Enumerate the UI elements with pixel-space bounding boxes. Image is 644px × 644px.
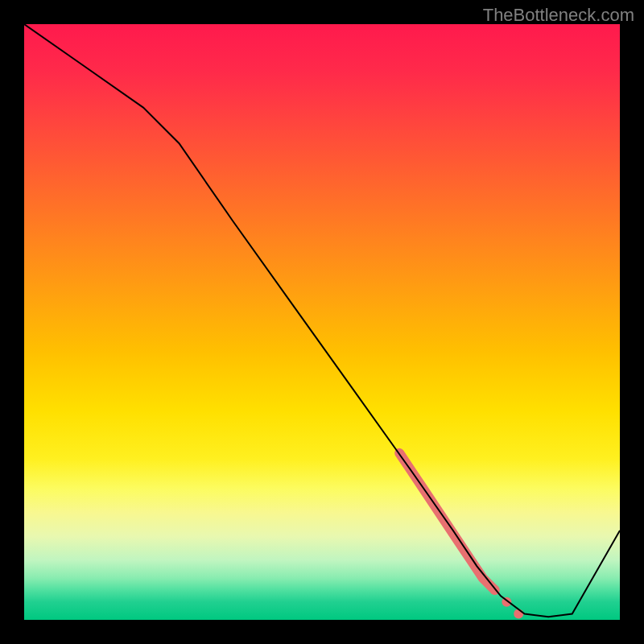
chart-svg — [24, 24, 620, 620]
svg-point-2 — [514, 609, 523, 619]
svg-point-1 — [502, 597, 511, 607]
highlight-segment — [399, 453, 523, 619]
bottleneck-curve — [24, 24, 620, 617]
svg-point-0 — [490, 585, 500, 595]
chart-container: TheBottleneck.com — [0, 0, 644, 644]
plot-area — [24, 24, 620, 620]
watermark-text: TheBottleneck.com — [483, 5, 634, 26]
